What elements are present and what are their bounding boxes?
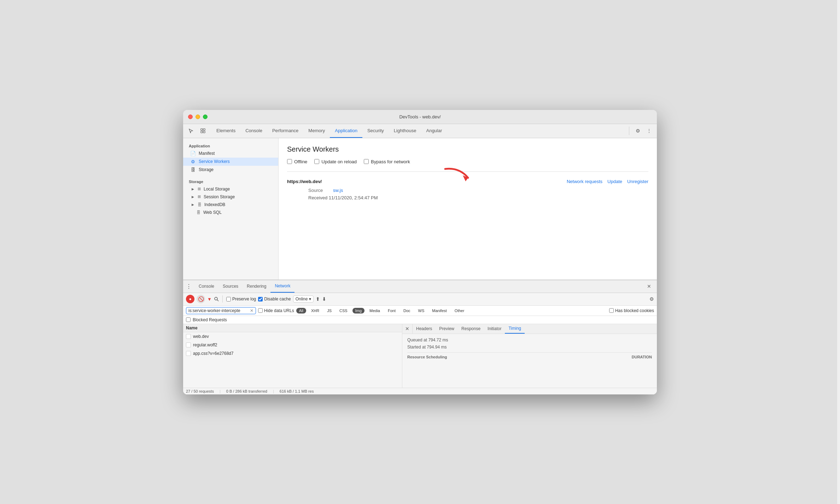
sidebar-session-storage[interactable]: ▶ ⊞ Session Storage [183, 193, 278, 201]
file-item-webdev[interactable]: web.dev [183, 332, 402, 341]
bypass-for-network-checkbox-item[interactable]: Bypass for network [364, 159, 410, 164]
app-section-title: Application [183, 142, 278, 150]
filter-img[interactable]: Img [352, 308, 364, 313]
file-item-css[interactable]: app.css?v=6e2768d7 [183, 349, 402, 358]
tab-elements[interactable]: Elements [211, 124, 240, 138]
unregister-link[interactable]: Unregister [627, 179, 648, 184]
close-panel-icon[interactable]: ✕ [644, 283, 654, 289]
tab-application[interactable]: Application [330, 124, 362, 138]
bypass-for-network-checkbox[interactable] [364, 159, 369, 164]
sidebar: Application 📄 Manifest ⚙ Service Workers… [183, 138, 279, 280]
online-select[interactable]: Online ▾ [293, 295, 314, 303]
filter-doc[interactable]: Doc [401, 308, 413, 313]
inspect-icon[interactable] [198, 126, 208, 136]
file-name-woff2: regular.woff2 [193, 342, 217, 347]
tab-lighthouse[interactable]: Lighthouse [389, 124, 421, 138]
tab-console[interactable]: Console [240, 124, 267, 138]
sidebar-indexeddb[interactable]: ▶ 🗄 IndexedDB [183, 201, 278, 209]
filter-input-wrap[interactable]: ✕ [186, 307, 256, 314]
sidebar-item-service-workers[interactable]: ⚙ Service Workers [183, 158, 278, 166]
dropdown-arrow-icon: ▾ [309, 297, 311, 301]
filter-manifest[interactable]: Manifest [429, 308, 450, 313]
blocked-requests-checkbox[interactable] [186, 317, 191, 322]
settings-icon[interactable]: ⚙ [633, 126, 643, 136]
tab-security[interactable]: Security [362, 124, 389, 138]
source-row: Source sw.js [308, 188, 648, 193]
cursor-icon[interactable] [186, 126, 196, 136]
update-link[interactable]: Update [607, 179, 622, 184]
bp-tab-rendering[interactable]: Rendering [243, 280, 270, 293]
detail-tab-preview[interactable]: Preview [436, 324, 458, 334]
detail-tab-timing[interactable]: Timing [505, 324, 525, 334]
filter-js[interactable]: JS [324, 308, 334, 313]
sidebar-websql[interactable]: 🗄 Web SQL [183, 209, 278, 216]
file-name-css: app.css?v=6e2768d7 [193, 351, 233, 356]
has-blocked-cookies-checkbox[interactable] [609, 308, 614, 313]
minimize-button[interactable] [196, 115, 200, 119]
titlebar: DevTools - web.dev/ [183, 110, 657, 124]
maximize-button[interactable] [203, 115, 208, 119]
filter-other[interactable]: Other [452, 308, 467, 313]
bp-tab-network[interactable]: Network [270, 280, 294, 293]
hide-data-urls-checkbox[interactable] [258, 308, 263, 313]
session-storage-icon: ⊞ [198, 194, 201, 199]
tab-memory[interactable]: Memory [303, 124, 330, 138]
detail-tab-headers[interactable]: Headers [413, 324, 436, 334]
download-icon[interactable]: ⬇ [322, 296, 326, 302]
update-on-reload-checkbox-item[interactable]: Update on reload [314, 159, 357, 164]
file-list-header: Name [183, 324, 402, 332]
disable-cache-checkbox[interactable] [258, 297, 263, 301]
hide-data-urls-label: Hide data URLs [264, 308, 294, 313]
filter-xhr[interactable]: XHR [308, 308, 322, 313]
red-arrow-icon [442, 165, 473, 185]
network-requests-link[interactable]: Network requests [567, 179, 602, 184]
offline-checkbox[interactable] [287, 159, 292, 164]
filter-clear-icon[interactable]: ✕ [250, 308, 253, 313]
storage-section-title: Storage [183, 177, 278, 185]
has-blocked-cookies-item[interactable]: Has blocked cookies [609, 308, 654, 313]
detail-tabs: ✕ Headers Preview Response Initiator Tim… [402, 324, 657, 334]
timing-section: Resource Scheduling DURATION [407, 352, 652, 359]
filter-icon[interactable]: ▼ [207, 297, 212, 302]
tab-performance[interactable]: Performance [267, 124, 303, 138]
preserve-log-checkbox[interactable] [226, 297, 231, 301]
detail-tab-response[interactable]: Response [458, 324, 484, 334]
filter-font[interactable]: Font [385, 308, 398, 313]
offline-checkbox-item[interactable]: Offline [287, 159, 307, 164]
tab-angular[interactable]: Angular [421, 124, 447, 138]
filter-all[interactable]: All [296, 308, 306, 313]
sidebar-item-manifest[interactable]: 📄 Manifest [183, 150, 278, 158]
preserve-log-item[interactable]: Preserve log [226, 297, 256, 301]
filter-css[interactable]: CSS [337, 308, 350, 313]
file-item-woff2[interactable]: regular.woff2 [183, 341, 402, 349]
clear-button[interactable]: 🚫 [197, 295, 205, 303]
svg-marker-4 [463, 175, 468, 181]
disable-cache-item[interactable]: Disable cache [258, 297, 291, 301]
window-title: DevTools - web.dev/ [399, 114, 441, 119]
network-settings-icon[interactable]: ⚙ [649, 296, 654, 302]
sidebar-item-storage[interactable]: 🗄 Storage [183, 166, 278, 174]
filter-input[interactable] [188, 308, 249, 313]
upload-icon[interactable]: ⬆ [316, 296, 320, 302]
status-bar: 27 / 50 requests | 0 B / 286 kB transfer… [183, 388, 657, 394]
detail-close-icon[interactable]: ✕ [402, 324, 413, 334]
search-icon[interactable] [214, 297, 219, 301]
sidebar-item-label-manifest: Manifest [199, 151, 215, 156]
filter-media[interactable]: Media [367, 308, 383, 313]
file-name-webdev: web.dev [193, 334, 209, 339]
bp-tab-console[interactable]: Console [194, 280, 218, 293]
bp-tab-sources[interactable]: Sources [218, 280, 243, 293]
close-button[interactable] [188, 115, 193, 119]
dots-icon[interactable]: ⋮ [186, 283, 192, 290]
checkboxes-row: Offline Update on reload Bypass for netw… [287, 159, 648, 164]
sidebar-local-storage[interactable]: ▶ ⊞ Local Storage [183, 185, 278, 193]
source-file-link[interactable]: sw.js [333, 188, 343, 193]
file-icon [186, 342, 191, 347]
update-on-reload-checkbox[interactable] [314, 159, 319, 164]
filter-ws[interactable]: WS [415, 308, 427, 313]
devtools-top-right: ⚙ ⋮ [627, 126, 654, 136]
record-button[interactable]: ● [186, 295, 194, 303]
hide-data-urls-item[interactable]: Hide data URLs [258, 308, 294, 313]
more-icon[interactable]: ⋮ [644, 126, 654, 136]
detail-tab-initiator[interactable]: Initiator [484, 324, 505, 334]
